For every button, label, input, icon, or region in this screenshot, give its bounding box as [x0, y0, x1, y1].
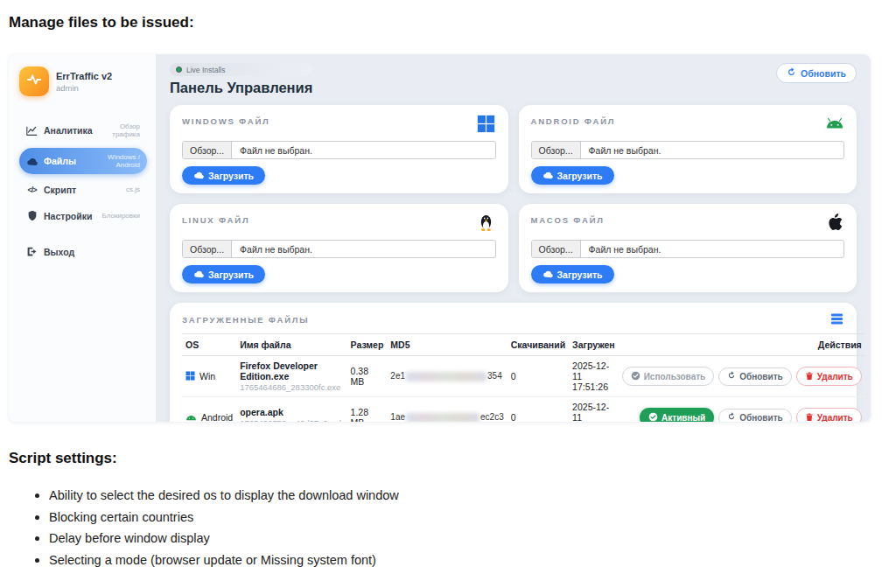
browse-button[interactable]: Обзор... — [183, 142, 232, 158]
upload-card-linux: LINUX ФАЙЛ Обзор... Файл не выбран. Загр… — [170, 204, 508, 292]
card-title: MACOS ФАЙЛ — [531, 213, 605, 225]
uploaded-date: 2025-12-11 16:45:52 — [569, 397, 619, 423]
cloud-icon — [26, 156, 38, 167]
update-button[interactable]: Обновить — [718, 409, 791, 423]
trash-icon — [805, 371, 814, 382]
sidebar-item-logout[interactable]: Выход — [19, 241, 147, 262]
chart-icon — [26, 125, 38, 136]
cloud-upload-icon — [193, 171, 204, 181]
sidebar-item-files[interactable]: Файлы Windows / Android — [19, 148, 147, 174]
cloud-upload-icon — [542, 270, 553, 280]
windows-logo-icon — [477, 114, 496, 133]
linux-tux-icon — [477, 213, 496, 232]
check-circle-icon — [631, 371, 640, 382]
list-item: Selecting a mode (browser update or Miss… — [9, 550, 399, 571]
list-item: Ability to select the desired os to disp… — [9, 485, 399, 507]
md5-value: 2e1354 — [387, 356, 507, 397]
delete-button[interactable]: Удалить — [796, 367, 862, 386]
upload-button[interactable]: Загрузить — [531, 265, 614, 284]
update-label: Обновить — [739, 413, 782, 423]
file-input[interactable]: Обзор... Файл не выбран. — [182, 240, 496, 258]
active-label: Активный — [662, 413, 705, 423]
use-button[interactable]: Использовать — [622, 367, 715, 386]
uploaded-files-card: ЗАГРУЖЕННЫЕ ФАЙЛЫ OS Имя файла Размер MD… — [170, 303, 857, 422]
upload-button[interactable]: Загрузить — [182, 265, 265, 284]
refresh-label: Обновить — [801, 68, 846, 79]
sidebar-item-label: Скрипт — [44, 185, 76, 195]
browse-button[interactable]: Обзор... — [532, 241, 581, 257]
upload-card-android: ANDROID ФАЙЛ Обзор... Файл не выбран. За… — [519, 105, 858, 193]
refresh-icon — [727, 412, 736, 422]
file-size: 1.28 MB — [347, 397, 388, 423]
sidebar-item-label: Настройки — [44, 211, 92, 221]
delete-label: Удалить — [817, 413, 853, 423]
no-file-label: Файл не выбран. — [232, 145, 320, 156]
android-logo-icon — [825, 114, 844, 133]
sidebar: ErrTraffic v2 admin Аналитика Обзор траф… — [9, 54, 156, 422]
card-title: ANDROID ФАЙЛ — [531, 114, 616, 126]
logout-icon — [26, 246, 38, 257]
browse-button[interactable]: Обзор... — [532, 142, 581, 158]
download-count: 0 — [508, 397, 569, 423]
sidebar-item-hint: cs.js — [126, 186, 140, 193]
sidebar-item-script[interactable]: </> Скрипт cs.js — [19, 178, 147, 200]
code-icon: </> — [26, 184, 38, 195]
browse-button[interactable]: Обзор... — [183, 241, 232, 257]
os-label: Win — [200, 371, 215, 382]
no-file-label: Файл не выбран. — [581, 244, 669, 255]
doc-heading-script: Script settings: — [9, 450, 117, 467]
android-os-icon — [186, 412, 197, 422]
brand: ErrTraffic v2 admin — [19, 66, 147, 96]
refresh-icon — [787, 67, 796, 79]
file-input[interactable]: Обзор... Файл не выбран. — [182, 141, 496, 159]
md5-redacted-blur — [406, 372, 486, 382]
col-downloads: Скачиваний — [508, 334, 569, 356]
download-count: 0 — [508, 356, 569, 397]
uploaded-date: 2025-12-11 17:51:26 — [569, 356, 619, 397]
file-input[interactable]: Обзор... Файл не выбран. — [531, 240, 845, 258]
panel-title: Панель Управления — [170, 80, 312, 96]
sidebar-item-analytics[interactable]: Аналитика Обзор трафика — [19, 117, 147, 144]
use-label: Использовать — [644, 372, 706, 382]
upload-button[interactable]: Загрузить — [531, 166, 614, 185]
upload-label: Загрузить — [557, 270, 603, 280]
file-input[interactable]: Обзор... Файл не выбран. — [531, 141, 845, 159]
script-settings-list: Ability to select the desired os to disp… — [9, 485, 399, 570]
active-status-button[interactable]: Активный — [640, 408, 714, 422]
col-uploaded: Загружен — [569, 334, 619, 356]
upload-card-windows: WINDOWS ФАЙЛ Обзор... Файл не выбран. За… — [170, 105, 508, 193]
apple-logo-icon — [825, 213, 844, 232]
windows-os-icon — [186, 371, 195, 382]
cloud-upload-icon — [542, 171, 553, 181]
doc-heading-files: Manage files to be issued: — [9, 14, 194, 32]
admin-panel-screenshot: ErrTraffic v2 admin Аналитика Обзор траф… — [9, 54, 871, 422]
delete-label: Удалить — [817, 372, 853, 382]
sidebar-item-label: Аналитика — [44, 125, 93, 136]
brand-logo — [19, 66, 49, 96]
refresh-button[interactable]: Обновить — [776, 63, 857, 83]
files-card-title: ЗАГРУЖЕННЫЕ ФАЙЛЫ — [182, 312, 309, 325]
delete-button[interactable]: Удалить — [796, 408, 862, 422]
sidebar-item-hint: Блокировки — [102, 212, 140, 220]
sidebar-item-settings[interactable]: Настройки Блокировки — [19, 205, 147, 227]
pulse-icon — [26, 72, 42, 91]
col-size: Размер — [347, 334, 388, 356]
table-row: Android opera.apk1765460752_e49d07e9.apk… — [182, 397, 865, 423]
stored-name: 1765464686_283300fc.exe — [240, 382, 343, 392]
upload-card-macos: MACOS ФАЙЛ Обзор... Файл не выбран. Загр… — [519, 204, 858, 292]
main-content: Live Installs Панель Управления Обновить… — [156, 54, 871, 422]
update-button[interactable]: Обновить — [718, 368, 791, 386]
check-circle-icon — [648, 412, 658, 423]
list-item: Delay before window display — [9, 528, 399, 550]
md5-redacted-blur — [406, 413, 480, 422]
upload-label: Загрузить — [208, 270, 254, 280]
live-installs-badge: Live Installs — [170, 63, 312, 76]
upload-button[interactable]: Загрузить — [182, 166, 265, 185]
file-name: opera.apk — [240, 407, 343, 417]
sidebar-item-label: Выход — [44, 247, 74, 257]
no-file-label: Файл не выбран. — [581, 145, 669, 156]
stored-name: 1765460752_e49d07e9.apk — [240, 418, 343, 422]
no-file-label: Файл не выбран. — [232, 244, 320, 255]
sidebar-item-hint: Windows / Android — [82, 153, 140, 169]
brand-role: admin — [56, 83, 112, 93]
